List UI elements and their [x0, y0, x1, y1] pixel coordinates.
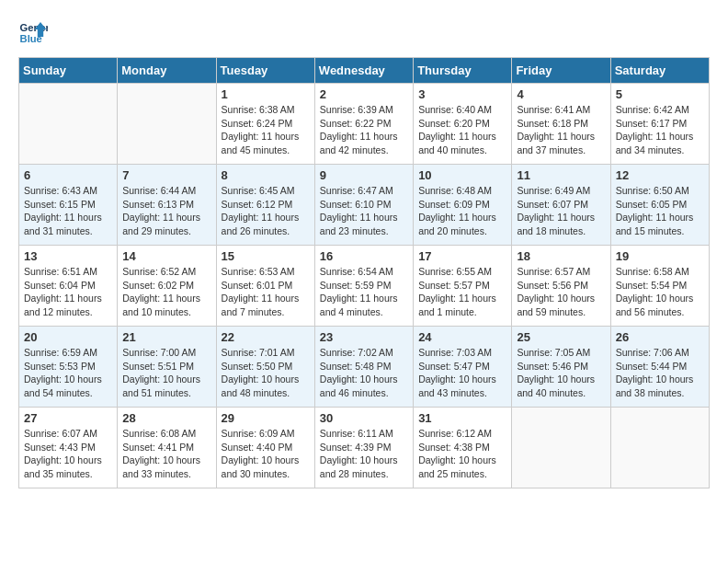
calendar-week-row: 27Sunrise: 6:07 AM Sunset: 4:43 PM Dayli…: [19, 408, 710, 488]
day-info: Sunrise: 6:58 AM Sunset: 5:54 PM Dayligh…: [616, 265, 704, 319]
calendar-cell: 7Sunrise: 6:44 AM Sunset: 6:13 PM Daylig…: [118, 165, 216, 246]
calendar-cell: 19Sunrise: 6:58 AM Sunset: 5:54 PM Dayli…: [610, 246, 709, 327]
calendar-cell: 31Sunrise: 6:12 AM Sunset: 4:38 PM Dayli…: [414, 408, 512, 488]
calendar-week-row: 1Sunrise: 6:38 AM Sunset: 6:24 PM Daylig…: [19, 84, 710, 165]
calendar-week-row: 6Sunrise: 6:43 AM Sunset: 6:15 PM Daylig…: [19, 165, 710, 246]
calendar-cell: 8Sunrise: 6:45 AM Sunset: 6:12 PM Daylig…: [216, 165, 314, 246]
day-info: Sunrise: 6:59 AM Sunset: 5:53 PM Dayligh…: [24, 346, 112, 400]
day-info: Sunrise: 6:50 AM Sunset: 6:05 PM Dayligh…: [616, 184, 704, 238]
day-number: 31: [418, 411, 506, 425]
day-info: Sunrise: 6:12 AM Sunset: 4:38 PM Dayligh…: [418, 427, 506, 481]
calendar-week-row: 13Sunrise: 6:51 AM Sunset: 6:04 PM Dayli…: [19, 246, 710, 327]
calendar-cell: 28Sunrise: 6:08 AM Sunset: 4:41 PM Dayli…: [118, 408, 216, 488]
calendar-cell: [610, 408, 709, 488]
day-info: Sunrise: 7:03 AM Sunset: 5:47 PM Dayligh…: [418, 346, 506, 400]
day-number: 21: [122, 330, 210, 344]
day-info: Sunrise: 6:45 AM Sunset: 6:12 PM Dayligh…: [222, 184, 310, 238]
day-number: 15: [222, 249, 310, 263]
weekday-header: Tuesday: [216, 58, 314, 84]
day-number: 28: [122, 411, 210, 425]
calendar-cell: 26Sunrise: 7:06 AM Sunset: 5:44 PM Dayli…: [610, 327, 709, 408]
day-info: Sunrise: 6:55 AM Sunset: 5:57 PM Dayligh…: [418, 265, 506, 319]
day-number: 5: [616, 87, 704, 101]
day-info: Sunrise: 6:07 AM Sunset: 4:43 PM Dayligh…: [24, 427, 112, 481]
day-info: Sunrise: 6:51 AM Sunset: 6:04 PM Dayligh…: [24, 265, 112, 319]
calendar-cell: 22Sunrise: 7:01 AM Sunset: 5:50 PM Dayli…: [216, 327, 314, 408]
calendar-week-row: 20Sunrise: 6:59 AM Sunset: 5:53 PM Dayli…: [19, 327, 710, 408]
day-info: Sunrise: 6:49 AM Sunset: 6:07 PM Dayligh…: [517, 184, 605, 238]
calendar-cell: 25Sunrise: 7:05 AM Sunset: 5:46 PM Dayli…: [512, 327, 610, 408]
calendar-cell: 20Sunrise: 6:59 AM Sunset: 5:53 PM Dayli…: [19, 327, 118, 408]
calendar-cell: 29Sunrise: 6:09 AM Sunset: 4:40 PM Dayli…: [216, 408, 314, 488]
day-info: Sunrise: 6:57 AM Sunset: 5:56 PM Dayligh…: [517, 265, 605, 319]
calendar-cell: [118, 84, 216, 165]
day-info: Sunrise: 6:44 AM Sunset: 6:13 PM Dayligh…: [122, 184, 210, 238]
logo: General Blue: [18, 18, 48, 48]
calendar-table: SundayMondayTuesdayWednesdayThursdayFrid…: [18, 57, 710, 488]
day-info: Sunrise: 6:41 AM Sunset: 6:18 PM Dayligh…: [517, 103, 605, 157]
day-info: Sunrise: 6:43 AM Sunset: 6:15 PM Dayligh…: [24, 184, 112, 238]
day-number: 24: [418, 330, 506, 344]
day-info: Sunrise: 6:39 AM Sunset: 6:22 PM Dayligh…: [320, 103, 408, 157]
calendar-cell: 15Sunrise: 6:53 AM Sunset: 6:01 PM Dayli…: [216, 246, 314, 327]
day-number: 3: [418, 87, 506, 101]
day-info: Sunrise: 6:11 AM Sunset: 4:39 PM Dayligh…: [320, 427, 408, 481]
day-info: Sunrise: 6:54 AM Sunset: 5:59 PM Dayligh…: [320, 265, 408, 319]
day-info: Sunrise: 7:01 AM Sunset: 5:50 PM Dayligh…: [222, 346, 310, 400]
calendar-cell: 23Sunrise: 7:02 AM Sunset: 5:48 PM Dayli…: [314, 327, 413, 408]
day-number: 1: [222, 87, 310, 101]
day-info: Sunrise: 6:52 AM Sunset: 6:02 PM Dayligh…: [122, 265, 210, 319]
calendar-cell: [19, 84, 118, 165]
calendar-cell: 18Sunrise: 6:57 AM Sunset: 5:56 PM Dayli…: [512, 246, 610, 327]
calendar-cell: 24Sunrise: 7:03 AM Sunset: 5:47 PM Dayli…: [414, 327, 512, 408]
day-info: Sunrise: 6:53 AM Sunset: 6:01 PM Dayligh…: [222, 265, 310, 319]
day-info: Sunrise: 6:48 AM Sunset: 6:09 PM Dayligh…: [418, 184, 506, 238]
day-info: Sunrise: 7:06 AM Sunset: 5:44 PM Dayligh…: [616, 346, 704, 400]
day-number: 18: [517, 249, 605, 263]
day-number: 23: [320, 330, 408, 344]
day-number: 17: [418, 249, 506, 263]
day-info: Sunrise: 6:40 AM Sunset: 6:20 PM Dayligh…: [418, 103, 506, 157]
day-number: 20: [24, 330, 112, 344]
day-number: 13: [24, 249, 112, 263]
calendar-cell: 27Sunrise: 6:07 AM Sunset: 4:43 PM Dayli…: [19, 408, 118, 488]
calendar-cell: 14Sunrise: 6:52 AM Sunset: 6:02 PM Dayli…: [118, 246, 216, 327]
calendar-cell: 1Sunrise: 6:38 AM Sunset: 6:24 PM Daylig…: [216, 84, 314, 165]
day-info: Sunrise: 6:09 AM Sunset: 4:40 PM Dayligh…: [222, 427, 310, 481]
day-number: 11: [517, 168, 605, 182]
day-number: 25: [517, 330, 605, 344]
day-number: 10: [418, 168, 506, 182]
calendar-cell: 5Sunrise: 6:42 AM Sunset: 6:17 PM Daylig…: [610, 84, 709, 165]
day-number: 19: [616, 249, 704, 263]
calendar-cell: 10Sunrise: 6:48 AM Sunset: 6:09 PM Dayli…: [414, 165, 512, 246]
day-number: 4: [517, 87, 605, 101]
calendar-cell: 16Sunrise: 6:54 AM Sunset: 5:59 PM Dayli…: [314, 246, 413, 327]
day-number: 27: [24, 411, 112, 425]
weekday-header: Monday: [118, 58, 216, 84]
day-info: Sunrise: 6:08 AM Sunset: 4:41 PM Dayligh…: [122, 427, 210, 481]
calendar-cell: 21Sunrise: 7:00 AM Sunset: 5:51 PM Dayli…: [118, 327, 216, 408]
day-number: 30: [320, 411, 408, 425]
calendar-cell: [512, 408, 610, 488]
day-number: 7: [122, 168, 210, 182]
weekday-header: Sunday: [19, 58, 118, 84]
calendar-cell: 3Sunrise: 6:40 AM Sunset: 6:20 PM Daylig…: [414, 84, 512, 165]
day-number: 29: [222, 411, 310, 425]
day-info: Sunrise: 7:02 AM Sunset: 5:48 PM Dayligh…: [320, 346, 408, 400]
day-number: 6: [24, 168, 112, 182]
day-number: 8: [222, 168, 310, 182]
day-number: 16: [320, 249, 408, 263]
weekday-header: Wednesday: [314, 58, 413, 84]
day-number: 22: [222, 330, 310, 344]
calendar-cell: 17Sunrise: 6:55 AM Sunset: 5:57 PM Dayli…: [414, 246, 512, 327]
day-info: Sunrise: 7:00 AM Sunset: 5:51 PM Dayligh…: [122, 346, 210, 400]
day-number: 2: [320, 87, 408, 101]
logo-icon: General Blue: [18, 18, 48, 48]
day-info: Sunrise: 7:05 AM Sunset: 5:46 PM Dayligh…: [517, 346, 605, 400]
day-info: Sunrise: 6:38 AM Sunset: 6:24 PM Dayligh…: [222, 103, 310, 157]
weekday-header: Friday: [512, 58, 610, 84]
calendar-cell: 13Sunrise: 6:51 AM Sunset: 6:04 PM Dayli…: [19, 246, 118, 327]
calendar-cell: 2Sunrise: 6:39 AM Sunset: 6:22 PM Daylig…: [314, 84, 413, 165]
day-info: Sunrise: 6:47 AM Sunset: 6:10 PM Dayligh…: [320, 184, 408, 238]
day-number: 12: [616, 168, 704, 182]
